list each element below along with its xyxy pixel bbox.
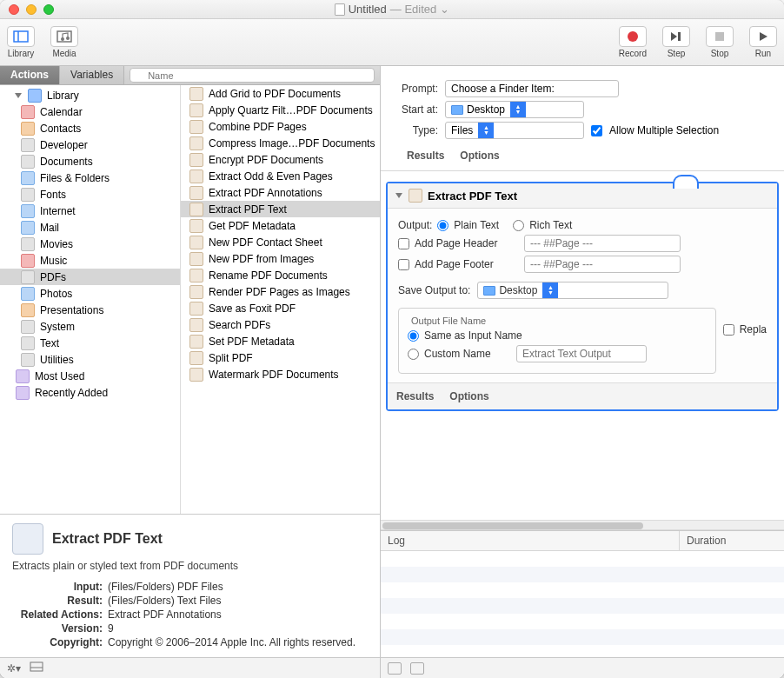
allow-multiple-checkbox[interactable] xyxy=(591,125,602,136)
step-button[interactable]: Step xyxy=(662,26,690,58)
media-button[interactable]: Media xyxy=(50,26,78,58)
card-results-link[interactable]: Results xyxy=(396,390,434,402)
type-label: Type: xyxy=(389,124,438,136)
custom-name-input xyxy=(516,345,647,362)
results-link[interactable]: Results xyxy=(407,150,444,162)
action-item[interactable]: Apply Quartz Filt…PDF Documents xyxy=(181,102,380,118)
type-combo[interactable]: Files ▲▼ xyxy=(445,122,584,139)
folder-icon xyxy=(483,286,495,296)
library-item[interactable]: Music xyxy=(0,252,180,269)
action-item[interactable]: Compress Image…PDF Documents xyxy=(181,135,380,151)
action-item[interactable]: Set PDF Metadata xyxy=(181,333,380,349)
action-item[interactable]: Get PDF Metadata xyxy=(181,217,380,234)
disclosure-triangle-icon[interactable] xyxy=(395,193,402,198)
library-item[interactable]: PDFs xyxy=(0,269,180,285)
action-item[interactable]: Rename PDF Documents xyxy=(181,267,380,283)
tab-actions[interactable]: Actions xyxy=(0,66,60,84)
library-item[interactable]: System xyxy=(0,318,180,335)
ask-finder-action: Prompt: Start at: Desktop ▲▼ Type: xyxy=(381,73,784,171)
action-item[interactable]: Extract PDF Annotations xyxy=(181,184,380,201)
library-item[interactable]: Text xyxy=(0,335,180,351)
category-icon xyxy=(21,303,35,317)
stop-button[interactable]: Stop xyxy=(706,26,734,58)
log-column-header[interactable]: Log xyxy=(381,531,680,550)
options-link[interactable]: Options xyxy=(460,150,499,162)
action-info-desc: Extracts plain or styled text from PDF d… xyxy=(12,560,368,572)
output-label: Output: xyxy=(398,219,432,231)
chevron-down-icon[interactable]: ⌄ xyxy=(440,3,449,16)
action-item[interactable]: Save as Foxit PDF xyxy=(181,300,380,316)
view-list-icon[interactable] xyxy=(388,662,402,675)
library-list[interactable]: LibraryCalendarContactsDeveloperDocument… xyxy=(0,85,181,514)
duration-column-header[interactable]: Duration xyxy=(680,531,784,550)
same-name-radio[interactable] xyxy=(408,330,419,342)
add-footer-checkbox[interactable] xyxy=(398,259,409,270)
svg-rect-0 xyxy=(14,31,28,42)
action-item[interactable]: Extract Odd & Even Pages xyxy=(181,168,380,184)
library-item[interactable]: Documents xyxy=(0,153,180,170)
library-item[interactable]: Presentations xyxy=(0,302,180,318)
search-input[interactable] xyxy=(130,68,375,83)
gear-icon[interactable]: ✲▾ xyxy=(7,662,21,675)
output-filename-frame: Output File Name Same as Input Name Cust… xyxy=(398,308,716,374)
custom-name-radio[interactable] xyxy=(408,349,419,360)
library-item[interactable]: Most Used xyxy=(0,368,180,384)
action-info-title: Extract PDF Text xyxy=(52,531,163,547)
action-item[interactable]: New PDF Contact Sheet xyxy=(181,234,380,250)
svg-point-5 xyxy=(628,31,638,42)
pdf-action-icon xyxy=(189,153,203,167)
toggle-info-icon[interactable] xyxy=(30,661,43,675)
prompt-input[interactable] xyxy=(445,80,619,97)
library-item[interactable]: Internet xyxy=(0,203,180,219)
extract-pdf-text-action: Extract PDF Text Output: Plain Text Rich… xyxy=(386,182,779,411)
action-item[interactable]: Extract PDF Text xyxy=(181,201,380,217)
library-button[interactable]: Library xyxy=(7,26,35,58)
library-item[interactable]: Files & Folders xyxy=(0,170,180,186)
action-item[interactable]: Watermark PDF Documents xyxy=(181,366,380,382)
actions-list[interactable]: Add Grid to PDF DocumentsApply Quartz Fi… xyxy=(181,85,380,514)
action-item[interactable]: Encrypt PDF Documents xyxy=(181,151,380,168)
action-item[interactable]: Combine PDF Pages xyxy=(181,118,380,135)
plain-text-radio[interactable] xyxy=(437,220,448,231)
rich-text-radio[interactable] xyxy=(513,220,524,231)
startat-combo[interactable]: Desktop ▲▼ xyxy=(445,101,584,118)
library-item[interactable]: Calendar xyxy=(0,103,180,120)
horizontal-scrollbar[interactable] xyxy=(381,520,784,530)
pdf-action-icon xyxy=(189,252,203,266)
library-item[interactable]: Utilities xyxy=(0,351,180,368)
library-item[interactable]: Contacts xyxy=(0,120,180,136)
combo-arrows-icon: ▲▼ xyxy=(478,123,494,138)
action-item[interactable]: Add Grid to PDF Documents xyxy=(181,85,380,102)
svg-marker-9 xyxy=(760,32,767,41)
left-footer: ✲▾ xyxy=(0,657,380,678)
library-item[interactable]: Movies xyxy=(0,236,180,252)
pdf-action-icon xyxy=(189,219,203,233)
library-root[interactable]: Library xyxy=(0,87,180,103)
tab-variables[interactable]: Variables xyxy=(60,66,124,84)
automator-window: Untitled — Edited ⌄ Library Media Record… xyxy=(0,0,784,678)
title-suffix: — Edited xyxy=(390,3,436,16)
record-button[interactable]: Record xyxy=(619,26,647,58)
action-item[interactable]: New PDF from Images xyxy=(181,250,380,267)
add-header-checkbox[interactable] xyxy=(398,238,409,249)
run-button[interactable]: Run xyxy=(749,26,777,58)
library-item[interactable]: Fonts xyxy=(0,186,180,203)
replace-checkbox[interactable] xyxy=(723,324,734,336)
action-item[interactable]: Render PDF Pages as Images xyxy=(181,283,380,300)
library-item[interactable]: Mail xyxy=(0,219,180,236)
save-to-combo[interactable]: Desktop ▲▼ xyxy=(477,282,668,299)
card-options-link[interactable]: Options xyxy=(449,390,488,402)
view-grid-icon[interactable] xyxy=(410,662,424,675)
library-item[interactable]: Developer xyxy=(0,136,180,153)
folder-icon xyxy=(28,89,42,103)
pdf-action-icon xyxy=(189,236,203,249)
library-item[interactable]: Photos xyxy=(0,285,180,302)
title-text: Untitled xyxy=(349,3,387,16)
disclosure-triangle-icon[interactable] xyxy=(15,93,22,98)
workflow-canvas[interactable]: Prompt: Start at: Desktop ▲▼ Type: xyxy=(381,66,784,520)
action-item[interactable]: Search PDFs xyxy=(181,316,380,333)
action-item[interactable]: Split PDF xyxy=(181,349,380,366)
pdf-action-icon xyxy=(189,103,203,117)
library-tabs: Actions Variables xyxy=(0,66,380,85)
library-item[interactable]: Recently Added xyxy=(0,384,180,401)
